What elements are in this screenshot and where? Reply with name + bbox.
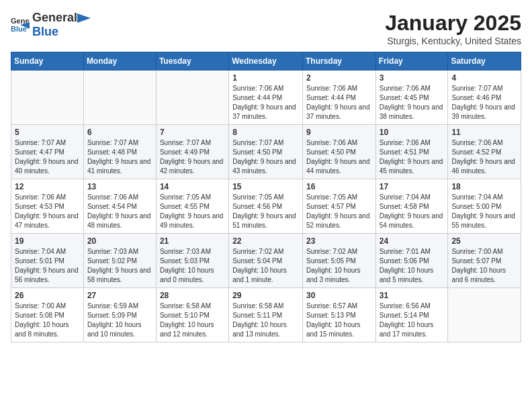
- day-info: Sunrise: 7:07 AM Sunset: 4:49 PM Dayligh…: [160, 138, 225, 176]
- day-info: Sunrise: 6:58 AM Sunset: 5:10 PM Dayligh…: [160, 302, 225, 339]
- day-info: Sunrise: 7:00 AM Sunset: 5:08 PM Dayligh…: [15, 302, 80, 339]
- day-info: Sunrise: 7:06 AM Sunset: 4:44 PM Dayligh…: [232, 84, 299, 122]
- week-row-1: 1Sunrise: 7:06 AM Sunset: 4:44 PM Daylig…: [11, 71, 521, 125]
- day-info: Sunrise: 6:56 AM Sunset: 5:14 PM Dayligh…: [380, 302, 445, 339]
- day-info: Sunrise: 7:06 AM Sunset: 4:51 PM Dayligh…: [380, 138, 445, 176]
- calendar-cell: 10Sunrise: 7:06 AM Sunset: 4:51 PM Dayli…: [375, 125, 448, 179]
- svg-marker-3: [77, 13, 91, 23]
- day-info: Sunrise: 7:04 AM Sunset: 4:58 PM Dayligh…: [380, 193, 445, 230]
- day-number: 16: [306, 182, 372, 191]
- calendar-cell: 14Sunrise: 7:05 AM Sunset: 4:55 PM Dayli…: [156, 179, 228, 234]
- day-info: Sunrise: 7:03 AM Sunset: 5:03 PM Dayligh…: [160, 247, 225, 285]
- calendar-cell: 22Sunrise: 7:02 AM Sunset: 5:04 PM Dayli…: [229, 234, 303, 288]
- day-number: 4: [451, 73, 517, 83]
- weekday-header-monday: Monday: [83, 52, 156, 71]
- calendar-cell: 4Sunrise: 7:07 AM Sunset: 4:46 PM Daylig…: [448, 71, 521, 125]
- day-number: 15: [232, 182, 299, 191]
- week-row-4: 19Sunrise: 7:04 AM Sunset: 5:01 PM Dayli…: [11, 234, 521, 288]
- logo-text-blue: Blue: [32, 25, 91, 39]
- calendar-cell: 13Sunrise: 7:06 AM Sunset: 4:54 PM Dayli…: [83, 179, 156, 234]
- day-info: Sunrise: 7:06 AM Sunset: 4:44 PM Dayligh…: [306, 84, 372, 122]
- day-info: Sunrise: 6:58 AM Sunset: 5:11 PM Dayligh…: [232, 302, 299, 339]
- weekday-header-saturday: Saturday: [448, 52, 521, 71]
- day-number: 28: [160, 291, 225, 300]
- calendar-cell: 1Sunrise: 7:06 AM Sunset: 4:44 PM Daylig…: [229, 71, 303, 125]
- day-info: Sunrise: 7:06 AM Sunset: 4:50 PM Dayligh…: [306, 138, 372, 176]
- day-number: 6: [87, 128, 152, 137]
- calendar-cell: 24Sunrise: 7:01 AM Sunset: 5:06 PM Dayli…: [375, 234, 448, 288]
- calendar-cell: 28Sunrise: 6:58 AM Sunset: 5:10 PM Dayli…: [156, 288, 228, 342]
- day-info: Sunrise: 7:00 AM Sunset: 5:07 PM Dayligh…: [451, 247, 517, 285]
- day-number: 26: [15, 291, 80, 300]
- day-number: 12: [15, 182, 80, 191]
- day-number: 27: [87, 291, 152, 300]
- day-number: 13: [87, 182, 152, 191]
- weekday-header-row: SundayMondayTuesdayWednesdayThursdayFrid…: [11, 52, 521, 71]
- title-block: January 2025 Sturgis, Kentucky, United S…: [385, 11, 521, 46]
- weekday-header-friday: Friday: [375, 52, 448, 71]
- day-info: Sunrise: 7:01 AM Sunset: 5:06 PM Dayligh…: [380, 247, 445, 285]
- day-number: 2: [306, 73, 372, 83]
- day-number: 7: [160, 128, 225, 137]
- day-info: Sunrise: 7:07 AM Sunset: 4:50 PM Dayligh…: [232, 138, 299, 176]
- calendar-cell: 23Sunrise: 7:02 AM Sunset: 5:05 PM Dayli…: [302, 234, 375, 288]
- day-number: 1: [232, 73, 299, 83]
- calendar-cell: 11Sunrise: 7:06 AM Sunset: 4:52 PM Dayli…: [448, 125, 521, 179]
- calendar-cell: [156, 71, 228, 125]
- calendar-cell: [448, 288, 521, 342]
- calendar-cell: 26Sunrise: 7:00 AM Sunset: 5:08 PM Dayli…: [11, 288, 84, 342]
- day-number: 19: [15, 236, 80, 246]
- calendar-cell: 5Sunrise: 7:07 AM Sunset: 4:47 PM Daylig…: [11, 125, 84, 179]
- calendar-cell: 7Sunrise: 7:07 AM Sunset: 4:49 PM Daylig…: [156, 125, 228, 179]
- calendar-cell: 12Sunrise: 7:06 AM Sunset: 4:53 PM Dayli…: [11, 179, 84, 234]
- day-number: 20: [87, 236, 152, 246]
- day-info: Sunrise: 7:06 AM Sunset: 4:45 PM Dayligh…: [380, 84, 445, 122]
- day-number: 29: [232, 291, 299, 300]
- day-info: Sunrise: 6:57 AM Sunset: 5:13 PM Dayligh…: [306, 302, 372, 339]
- logo: General Blue General Blue: [11, 11, 91, 39]
- day-number: 22: [232, 236, 299, 246]
- day-number: 31: [380, 291, 445, 300]
- day-number: 17: [380, 182, 445, 191]
- day-info: Sunrise: 7:04 AM Sunset: 5:00 PM Dayligh…: [451, 193, 517, 230]
- day-number: 3: [380, 73, 445, 83]
- day-number: 24: [380, 236, 445, 246]
- day-number: 14: [160, 182, 225, 191]
- day-info: Sunrise: 7:05 AM Sunset: 4:57 PM Dayligh…: [306, 193, 372, 230]
- day-number: 9: [306, 128, 372, 137]
- calendar-cell: 6Sunrise: 7:07 AM Sunset: 4:48 PM Daylig…: [83, 125, 156, 179]
- day-number: 30: [306, 291, 372, 300]
- day-info: Sunrise: 7:06 AM Sunset: 4:54 PM Dayligh…: [87, 193, 152, 230]
- day-info: Sunrise: 7:04 AM Sunset: 5:01 PM Dayligh…: [15, 247, 80, 285]
- day-info: Sunrise: 7:06 AM Sunset: 4:52 PM Dayligh…: [451, 138, 517, 176]
- logo-icon: General Blue: [11, 15, 30, 34]
- day-number: 25: [451, 236, 517, 246]
- calendar-cell: 31Sunrise: 6:56 AM Sunset: 5:14 PM Dayli…: [375, 288, 448, 342]
- weekday-header-tuesday: Tuesday: [156, 52, 228, 71]
- calendar-cell: 2Sunrise: 7:06 AM Sunset: 4:44 PM Daylig…: [302, 71, 375, 125]
- calendar-cell: 9Sunrise: 7:06 AM Sunset: 4:50 PM Daylig…: [302, 125, 375, 179]
- calendar-cell: 18Sunrise: 7:04 AM Sunset: 5:00 PM Dayli…: [448, 179, 521, 234]
- weekday-header-sunday: Sunday: [11, 52, 84, 71]
- day-number: 8: [232, 128, 299, 137]
- day-number: 10: [380, 128, 445, 137]
- day-info: Sunrise: 7:05 AM Sunset: 4:56 PM Dayligh…: [232, 193, 299, 230]
- day-number: 18: [451, 182, 517, 191]
- svg-text:Blue: Blue: [11, 25, 27, 33]
- day-number: 5: [15, 128, 80, 137]
- calendar-table: SundayMondayTuesdayWednesdayThursdayFrid…: [11, 52, 521, 342]
- weekday-header-thursday: Thursday: [302, 52, 375, 71]
- calendar-cell: 8Sunrise: 7:07 AM Sunset: 4:50 PM Daylig…: [229, 125, 303, 179]
- logo-arrow-icon: [77, 13, 91, 23]
- calendar-cell: 21Sunrise: 7:03 AM Sunset: 5:03 PM Dayli…: [156, 234, 228, 288]
- day-info: Sunrise: 7:02 AM Sunset: 5:04 PM Dayligh…: [232, 247, 299, 285]
- calendar-cell: 25Sunrise: 7:00 AM Sunset: 5:07 PM Dayli…: [448, 234, 521, 288]
- calendar-cell: 20Sunrise: 7:03 AM Sunset: 5:02 PM Dayli…: [83, 234, 156, 288]
- day-info: Sunrise: 7:06 AM Sunset: 4:53 PM Dayligh…: [15, 193, 80, 230]
- week-row-5: 26Sunrise: 7:00 AM Sunset: 5:08 PM Dayli…: [11, 288, 521, 342]
- day-number: 21: [160, 236, 225, 246]
- week-row-2: 5Sunrise: 7:07 AM Sunset: 4:47 PM Daylig…: [11, 125, 521, 179]
- logo-text-general: General: [32, 11, 77, 25]
- day-info: Sunrise: 7:05 AM Sunset: 4:55 PM Dayligh…: [160, 193, 225, 230]
- calendar-cell: 17Sunrise: 7:04 AM Sunset: 4:58 PM Dayli…: [375, 179, 448, 234]
